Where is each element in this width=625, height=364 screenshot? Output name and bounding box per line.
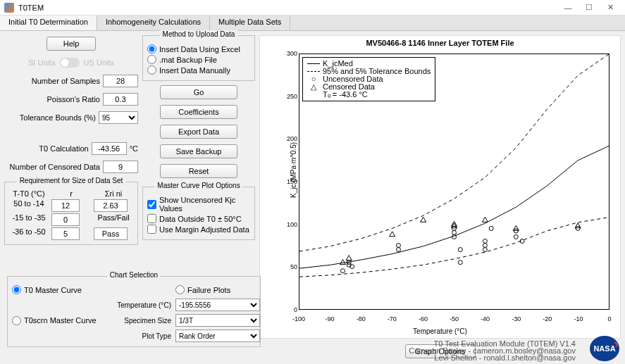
censored-input[interactable]	[103, 161, 138, 173]
svg-point-18	[576, 226, 580, 230]
req-h1: r	[51, 189, 91, 198]
export-button[interactable]: Export Data	[160, 125, 237, 139]
radio-excel[interactable]: Insert Data Using Excel	[147, 44, 250, 54]
req-r0c2[interactable]	[94, 199, 128, 212]
radio-manual[interactable]: Insert Data Manually	[147, 65, 250, 75]
tolerance-label: Tolerance Bounds (%)	[4, 113, 96, 122]
si-units-label: SI Units	[28, 58, 56, 67]
svg-point-15	[514, 229, 518, 233]
censored-label: Number of Censored Data	[4, 163, 100, 171]
requirement-panel: Requirement for Size of Data Set T-T0 (°…	[4, 182, 138, 245]
temp-select[interactable]: -195.5556	[175, 299, 260, 311]
x-axis-label: Temperature (°C)	[260, 327, 620, 335]
us-units-label: US Units	[84, 58, 114, 67]
radio-t0scrn[interactable]: T0scrn Master Curve	[12, 316, 111, 325]
master-curve-panel: Master Curve Plot Options Show Uncensore…	[142, 187, 255, 240]
window-title: T0TEM	[18, 4, 557, 12]
radio-mat[interactable]: .mat Backup File	[147, 55, 250, 64]
req-r2c2[interactable]	[94, 227, 128, 240]
svg-point-14	[489, 226, 493, 230]
units-toggle[interactable]	[60, 58, 80, 68]
req-title: Requirement for Size of Data Set	[17, 177, 126, 184]
req-r2c0: -36 to -50	[9, 227, 49, 240]
upload-title: Method to Upload Data	[160, 30, 238, 38]
chart-title: MV50466-8 1146 Inner Layer TOTEM File	[260, 39, 620, 47]
svg-point-13	[483, 248, 487, 252]
svg-point-4	[396, 248, 400, 252]
svg-point-8	[452, 226, 457, 230]
go-button[interactable]: Go	[160, 85, 237, 99]
type-select[interactable]: Rank Order	[175, 330, 260, 342]
type-label: Plot Type	[115, 332, 171, 340]
t0-unit: °C	[130, 144, 138, 153]
nasa-logo: NASA	[590, 336, 619, 361]
legend: K_jcMed 95% and 5% Tolerance Bounds ○Unc…	[302, 57, 435, 101]
close-button[interactable]: ✕	[600, 3, 621, 12]
svg-point-12	[483, 244, 487, 248]
upload-panel: Method to Upload Data Insert Data Using …	[142, 35, 255, 81]
radio-t0-master[interactable]: T0 Master Curve	[12, 285, 111, 294]
chart-selection-panel: Chart Selection T0 Master Curve Failure …	[7, 276, 261, 347]
tab-multiple-data[interactable]: Multiple Data Sets	[210, 15, 290, 30]
svg-point-11	[483, 239, 487, 243]
svg-point-0	[340, 269, 345, 273]
size-label: Specimen Size	[115, 317, 171, 325]
req-r0c0: 50 to -14	[9, 199, 49, 212]
svg-point-5	[396, 244, 400, 248]
minimize-button[interactable]: —	[557, 4, 578, 12]
req-r1c2: Pass/Fail	[94, 213, 133, 226]
check-outside[interactable]: Data Outside T0 ± 50°C	[147, 214, 250, 223]
num-samples-input[interactable]	[103, 75, 138, 87]
svg-point-16	[514, 234, 518, 239]
tab-initial-t0[interactable]: Initial T0 Determination	[0, 15, 97, 30]
req-r1c0: -15 to -35	[9, 213, 49, 226]
csel-title: Chart Selection	[107, 271, 161, 279]
req-h0: T-T0 (°C)	[9, 189, 49, 198]
tolerance-select[interactable]: 95	[99, 111, 138, 124]
check-uncensored[interactable]: Show Uncensored Kjc Values	[147, 196, 250, 213]
t0-calc-input[interactable]	[92, 142, 127, 155]
maximize-button[interactable]: ☐	[578, 3, 600, 12]
size-select[interactable]: 1/3T	[175, 314, 260, 327]
poisson-input[interactable]	[103, 93, 138, 106]
req-r1c1[interactable]	[51, 213, 80, 226]
footer: T0 Test Evaluation Module (T0TEM) V1.4Ca…	[409, 340, 576, 361]
req-h2: Σri ni	[94, 189, 133, 198]
reset-button[interactable]: Reset	[160, 164, 237, 178]
svg-point-10	[458, 261, 462, 265]
poisson-label: Poisson's Ratio	[4, 95, 100, 103]
app-icon	[4, 3, 14, 13]
svg-point-9	[458, 248, 462, 252]
y-axis-label: K_jc (MPa·m^0.5)	[290, 142, 297, 197]
t0-calc-label: T0 Calculation	[4, 144, 89, 153]
help-button[interactable]: Help	[47, 37, 96, 51]
mcopt-title: Master Curve Plot Options	[154, 182, 242, 189]
tab-inhomogeneity[interactable]: Inhomogeneity Calculations	[97, 15, 210, 30]
svg-point-7	[452, 230, 457, 234]
req-r0c1[interactable]	[51, 199, 80, 212]
check-margin[interactable]: Use Margin Adjusted Data	[147, 225, 250, 234]
num-samples-label: Number of Samples	[4, 77, 100, 85]
radio-failure[interactable]: Failure Plots	[175, 285, 260, 294]
save-backup-button[interactable]: Save Backup	[160, 144, 237, 158]
coefficients-button[interactable]: Coefficients	[160, 105, 237, 119]
req-r2c1[interactable]	[51, 227, 80, 240]
chart-area: MV50466-8 1146 Inner Layer TOTEM File K_…	[259, 35, 621, 339]
temp-label: Temperature (°C)	[115, 301, 171, 309]
